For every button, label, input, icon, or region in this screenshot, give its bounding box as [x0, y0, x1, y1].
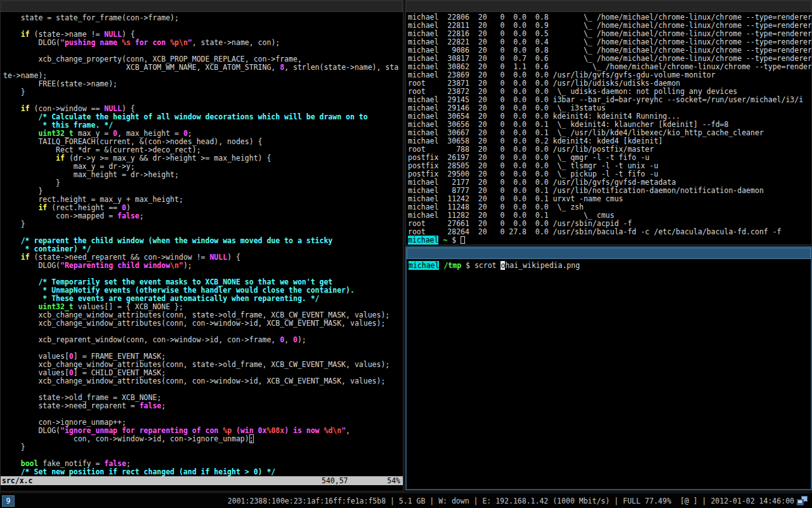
i3status-text: 2001:2388:100e:23:1af:16ff:fe1a:f5b8 | 5… [228, 497, 794, 505]
workspace-button[interactable]: 9 [2, 495, 15, 507]
vim-statusline: src/x.c 540,57 54% [1, 476, 403, 485]
ps-line: root 28264 20 0 27.8 0.0 /usr/sbin/bacul… [408, 228, 811, 236]
shell-prompt-top: michael ~ $ [408, 236, 811, 244]
terminal-scrot-titlebar[interactable]: x200: scrot ohai_wikipedia.png [407, 248, 811, 259]
command-text-after: hai_wikipedia.png [505, 261, 580, 270]
prompt-symbol: $ [466, 261, 470, 270]
vim-titlebar[interactable]: x.c (~/i3/src) - VIM [1, 1, 403, 12]
vim-code-line: } [3, 179, 403, 187]
systray-displays-icon[interactable] [797, 496, 808, 505]
vim-file-name: src/x.c [2, 476, 32, 485]
vim-code-line: state->need_reparent = false; [3, 402, 403, 410]
i3bar: 9 2001:2388:100e:23:1af:16ff:fe1a:f5b8 |… [0, 493, 812, 508]
vim-code-line: con->mapped = false; [3, 212, 403, 220]
displays-icon-front [797, 499, 804, 505]
vim-code-line: xcb_reparent_window(conn, con->window->i… [3, 336, 403, 344]
prompt-cwd: /tmp [443, 261, 461, 270]
vim-code: state = state_for_frame(con->frame); if … [3, 14, 403, 476]
vim-code-line: con, con->window->id, con->ignore_unmap)… [3, 435, 403, 443]
vim-content[interactable]: state = state_for_frame(con->frame); if … [1, 12, 403, 491]
shell-prompt-bottom: michael /tmp $ scrot ohai_wikipedia.png [409, 262, 811, 270]
window-vim[interactable]: x.c (~/i3/src) - VIM state = state_for_f… [0, 0, 403, 491]
vim-cursor-position: 540,57 [322, 476, 348, 485]
vim-code-line: /* Set new position if rect changed (and… [3, 468, 403, 476]
vim-code-line: state = state_for_frame(con->frame); [3, 14, 403, 22]
command-text-before: scrot [475, 261, 501, 270]
terminal-ps-content[interactable]: michael 22806 20 0 0.0 0.8 \_ /home/mich… [406, 12, 811, 244]
vim-code-line: FREE(state->name); [3, 80, 403, 88]
prompt-user: michael [408, 236, 438, 244]
vim-code-line: xcb_change_window_attributes(conn, con->… [3, 319, 403, 328]
vim-code-line: DLOG("Reparenting child window\n"); [3, 262, 403, 270]
terminal-ps-titlebar[interactable]: x200: ~ [406, 1, 811, 12]
vim-scroll-percent: 54% [387, 476, 400, 485]
terminal-scrot-content[interactable]: michael /tmp $ scrot ohai_wikipedia.png [407, 259, 811, 489]
vim-code-line: DLOG("pushing name %s for con %p\n", sta… [3, 39, 403, 47]
vim-code-line: } [3, 88, 403, 97]
vim-code-line: max_height = dr->height; [3, 171, 403, 179]
ps-output: michael 22806 20 0 0.0 0.8 \_ /home/mich… [408, 13, 811, 236]
vim-code-line: XCB_ATOM_WM_NAME, XCB_ATOM_STRING, 8, st… [3, 64, 403, 72]
vim-code-line: } [3, 220, 403, 229]
vim-code-line: xcb_change_window_attributes(conn, con->… [3, 377, 403, 385]
window-terminal-ps[interactable]: x200: ~ michael 22806 20 0 0.0 0.8 \_ /h… [405, 0, 812, 245]
vim-code-line: } [3, 443, 403, 451]
prompt-user: michael [409, 261, 439, 270]
terminal-cursor-hollow [461, 236, 465, 244]
window-terminal-scrot[interactable]: x200: scrot ohai_wikipedia.png michael /… [405, 246, 812, 490]
